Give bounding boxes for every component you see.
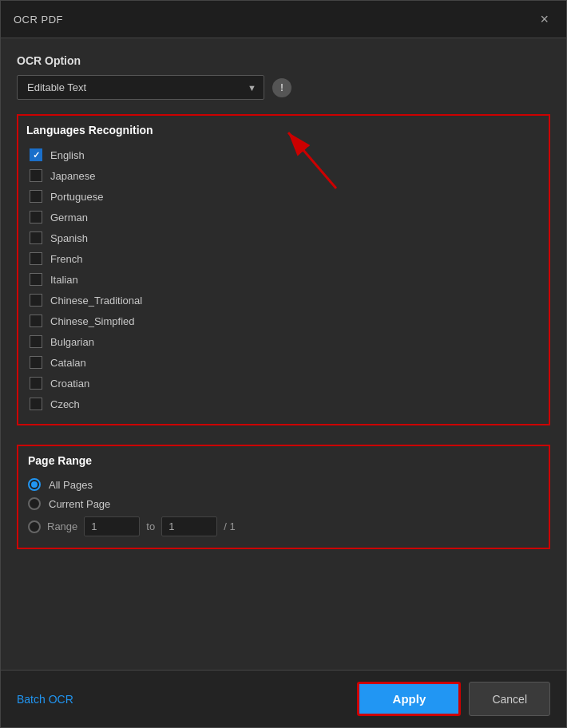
current-page-option[interactable]: Current Page xyxy=(28,494,539,513)
all-pages-radio[interactable] xyxy=(28,478,41,491)
range-from-input[interactable] xyxy=(84,516,140,536)
total-pages: / 1 xyxy=(224,520,235,532)
language-checkbox[interactable] xyxy=(30,273,42,286)
language-checkbox[interactable] xyxy=(30,335,42,348)
language-item[interactable]: Czech xyxy=(26,394,541,414)
language-label: German xyxy=(50,212,88,224)
language-checkbox[interactable] xyxy=(30,190,42,203)
page-range-section: Page Range All Pages Current Page Range … xyxy=(17,445,550,549)
language-item[interactable]: Japanese xyxy=(26,165,541,186)
range-to-label: to xyxy=(146,520,155,532)
languages-title: Languages Recognition xyxy=(26,124,541,136)
languages-section: Languages Recognition EnglishJapanesePor… xyxy=(17,114,550,425)
language-checkbox[interactable] xyxy=(30,211,42,224)
language-item[interactable]: Spanish xyxy=(26,228,541,248)
dialog-footer: Batch OCR Apply Cancel xyxy=(1,670,566,727)
language-label: Catalan xyxy=(50,357,86,369)
language-item[interactable]: Chinese_Simpfied xyxy=(26,311,541,331)
language-item[interactable]: Chinese_Traditional xyxy=(26,290,541,311)
dialog-title: OCR PDF xyxy=(14,14,63,26)
info-icon[interactable]: ! xyxy=(272,78,291,97)
language-checkbox[interactable] xyxy=(30,356,42,369)
language-checkbox[interactable] xyxy=(30,252,42,265)
ocr-option-dropdown[interactable]: Editable Text Searchable Text Image Only xyxy=(17,75,264,100)
language-checkbox[interactable] xyxy=(30,315,42,327)
range-radio[interactable] xyxy=(28,520,41,533)
close-button[interactable]: × xyxy=(535,10,553,28)
range-label: Range xyxy=(47,520,77,532)
ocr-option-row: Editable Text Searchable Text Image Only… xyxy=(17,75,550,100)
language-item[interactable]: Greek xyxy=(26,414,541,416)
page-range-title: Page Range xyxy=(28,454,539,467)
batch-ocr-button[interactable]: Batch OCR xyxy=(17,693,73,706)
language-label: Czech xyxy=(50,398,80,410)
language-item[interactable]: Italian xyxy=(26,269,541,290)
language-item[interactable]: Bulgarian xyxy=(26,331,541,352)
all-pages-option[interactable]: All Pages xyxy=(28,475,539,494)
language-label: Chinese_Traditional xyxy=(50,295,142,307)
ocr-pdf-dialog: OCR PDF × OCR Option Editable Text Searc… xyxy=(0,0,567,728)
current-page-label: Current Page xyxy=(49,498,110,510)
language-label: Italian xyxy=(50,274,78,286)
title-bar: OCR PDF × xyxy=(1,1,566,38)
language-item[interactable]: Portuguese xyxy=(26,186,541,207)
language-checkbox[interactable] xyxy=(30,169,42,182)
dialog-content: OCR Option Editable Text Searchable Text… xyxy=(1,38,566,670)
ocr-option-label: OCR Option xyxy=(17,54,550,67)
footer-buttons: Apply Cancel xyxy=(357,682,550,716)
language-label: Portuguese xyxy=(50,191,104,203)
language-list[interactable]: EnglishJapanesePortugueseGermanSpanishFr… xyxy=(26,144,541,416)
current-page-radio[interactable] xyxy=(28,497,41,510)
all-pages-label: All Pages xyxy=(49,479,93,491)
language-item[interactable]: Catalan xyxy=(26,352,541,373)
cancel-button[interactable]: Cancel xyxy=(469,682,550,716)
language-label: Chinese_Simpfied xyxy=(50,315,135,327)
language-label: Croatian xyxy=(50,378,89,390)
language-item[interactable]: German xyxy=(26,207,541,228)
language-checkbox[interactable] xyxy=(30,148,42,161)
range-row: Range to / 1 xyxy=(28,513,539,540)
dropdown-wrapper: Editable Text Searchable Text Image Only… xyxy=(17,75,264,100)
language-label: Spanish xyxy=(50,232,88,244)
language-item[interactable]: English xyxy=(26,144,541,165)
language-checkbox[interactable] xyxy=(30,231,42,244)
apply-button[interactable]: Apply xyxy=(357,682,461,716)
language-item[interactable]: French xyxy=(26,248,541,269)
language-label: Japanese xyxy=(50,170,95,182)
range-to-input[interactable] xyxy=(161,516,217,536)
language-label: English xyxy=(50,149,85,161)
language-checkbox[interactable] xyxy=(30,377,42,390)
language-label: Bulgarian xyxy=(50,336,94,348)
language-item[interactable]: Croatian xyxy=(26,373,541,394)
language-checkbox[interactable] xyxy=(30,398,42,410)
language-label: French xyxy=(50,253,82,265)
language-checkbox[interactable] xyxy=(30,294,42,307)
